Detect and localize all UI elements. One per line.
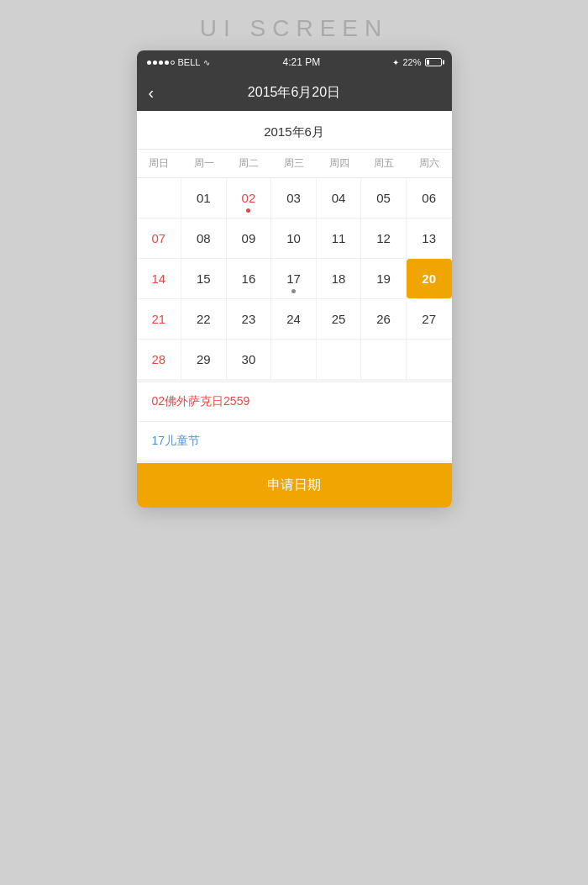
- calendar-day-cell[interactable]: 14: [137, 259, 182, 299]
- calendar-day-cell[interactable]: 11: [317, 219, 362, 259]
- calendar-day-cell[interactable]: 21: [137, 299, 182, 340]
- calendar-day-cell: [317, 340, 362, 380]
- calendar-day-cell[interactable]: 23: [227, 299, 272, 340]
- calendar-day-cell[interactable]: 04: [317, 178, 362, 219]
- calendar-day-cell[interactable]: 12: [361, 219, 407, 259]
- calendar-day-cell[interactable]: 22: [181, 299, 227, 340]
- calendar-day-cell[interactable]: 30: [227, 340, 272, 380]
- battery-percent: 22%: [402, 57, 421, 67]
- phone-frame: BELL ∿ 4:21 PM ✦ 22% ‹ 2015年6月20日 2015年6…: [137, 50, 452, 508]
- signal-dot-2: [153, 61, 157, 65]
- weekday-cell: 周六: [407, 150, 452, 177]
- back-button[interactable]: ‹: [149, 83, 155, 103]
- calendar-day-cell[interactable]: 15: [181, 259, 227, 299]
- header-title: 2015年6月20日: [248, 84, 340, 102]
- header: ‹ 2015年6月20日: [137, 74, 452, 111]
- calendar-day-cell: [271, 340, 317, 380]
- weekday-header: 周日周一周二周三周四周五周六: [137, 149, 452, 178]
- status-right: ✦ 22%: [392, 57, 441, 67]
- weekday-cell: 周三: [271, 150, 317, 177]
- calendar-day-cell[interactable]: 03: [271, 178, 317, 219]
- calendar-day-cell: [137, 178, 182, 219]
- status-bar: BELL ∿ 4:21 PM ✦ 22%: [137, 50, 452, 74]
- calendar-container: 2015年6月 周日周一周二周三周四周五周六 01020304050607080…: [137, 111, 452, 380]
- calendar-day-cell[interactable]: 08: [181, 219, 227, 259]
- calendar-day-cell[interactable]: 06: [407, 178, 452, 219]
- signal-dot-3: [159, 61, 163, 65]
- event-list: 02佛外萨克日255917儿童节: [137, 382, 452, 461]
- calendar-day-cell[interactable]: 16: [227, 259, 272, 299]
- page-label: UI SCREEN: [200, 15, 388, 42]
- calendar-day-cell[interactable]: 24: [271, 299, 317, 340]
- weekday-cell: 周一: [181, 150, 227, 177]
- calendar-day-cell[interactable]: 25: [317, 299, 362, 340]
- calendar-day-cell[interactable]: 01: [181, 178, 227, 219]
- apply-button[interactable]: 申请日期: [137, 463, 452, 508]
- weekday-cell: 周日: [137, 150, 182, 177]
- calendar-day-cell[interactable]: 18: [317, 259, 362, 299]
- calendar-day-cell: [407, 340, 452, 380]
- calendar-day-cell[interactable]: 05: [361, 178, 407, 219]
- signal-dot-1: [147, 61, 151, 65]
- calendar-day-cell[interactable]: 07: [137, 219, 182, 259]
- calendar-day-cell[interactable]: 10: [271, 219, 317, 259]
- event-dot: [291, 289, 296, 293]
- weekday-cell: 周五: [361, 150, 407, 177]
- calendar-grid: 0102030405060708091011121314151617181920…: [137, 178, 452, 380]
- calendar-day-cell[interactable]: 09: [227, 219, 272, 259]
- calendar-day-cell: [361, 340, 407, 380]
- calendar-day-cell[interactable]: 29: [181, 340, 227, 380]
- calendar-month-title: 2015年6月: [137, 111, 452, 149]
- event-item[interactable]: 17儿童节: [137, 422, 452, 461]
- signal-dots: [147, 61, 175, 65]
- weekday-cell: 周二: [227, 150, 272, 177]
- calendar-day-cell[interactable]: 28: [137, 340, 182, 380]
- carrier-label: BELL: [178, 57, 201, 67]
- wifi-icon: ∿: [203, 58, 210, 67]
- weekday-cell: 周四: [317, 150, 362, 177]
- status-time: 4:21 PM: [283, 56, 321, 68]
- signal-dot-5: [171, 61, 175, 65]
- calendar-day-cell[interactable]: 19: [361, 259, 407, 299]
- battery-fill: [427, 60, 430, 65]
- calendar-day-cell[interactable]: 26: [361, 299, 407, 340]
- calendar-day-cell[interactable]: 13: [407, 219, 452, 259]
- calendar-day-cell[interactable]: 02: [227, 178, 272, 219]
- calendar-day-cell[interactable]: 17: [271, 259, 317, 299]
- event-dot: [246, 208, 250, 213]
- signal-dot-4: [165, 61, 169, 65]
- calendar-day-cell[interactable]: 27: [407, 299, 452, 340]
- calendar-day-cell[interactable]: 20: [407, 259, 452, 299]
- battery-icon: [425, 58, 442, 66]
- status-left: BELL ∿: [147, 57, 211, 67]
- event-item[interactable]: 02佛外萨克日2559: [137, 382, 452, 422]
- bluetooth-icon: ✦: [392, 58, 399, 67]
